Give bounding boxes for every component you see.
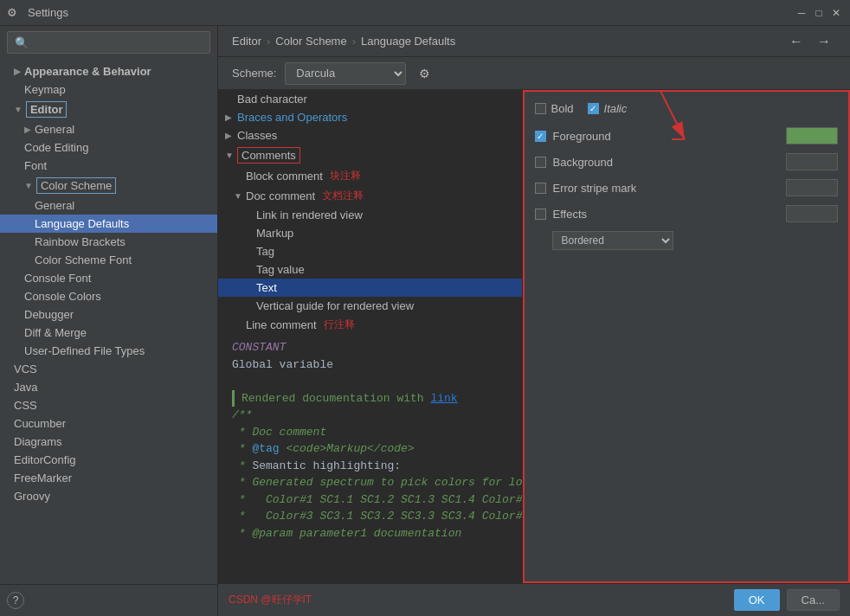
tree-item-line-comment[interactable]: Line comment 行注释 [218, 315, 523, 332]
error-stripe-checkbox[interactable] [535, 183, 546, 194]
preview-pane: CONSTANT Global variable Rendered docume… [218, 332, 522, 583]
bold-checkbox[interactable] [535, 103, 546, 114]
sidebar-item-diff-merge[interactable]: Diff & Merge [0, 324, 217, 342]
back-button[interactable]: ← [784, 32, 808, 51]
sidebar-item-java[interactable]: Java [0, 378, 217, 396]
tree-item-classes[interactable]: ▶ Classes [218, 126, 523, 144]
preview-line-doc2: * Doc comment [232, 424, 508, 441]
tree-item-tag[interactable]: Tag [218, 242, 523, 260]
preview-line-doc4: * Semantic highlighting: [232, 458, 508, 475]
preview-line-rendered: Rendered documentation with link [232, 390, 508, 407]
sidebar-bottom: ? [0, 584, 217, 616]
breadcrumb-editor: Editor [232, 35, 261, 48]
tree-item-link-rendered[interactable]: Link in rendered view [218, 206, 523, 224]
background-color-box[interactable] [786, 153, 838, 170]
line-comment-annotation: 行注释 [324, 318, 355, 332]
tree-arrow: ▶ [225, 112, 234, 122]
breadcrumb-color-scheme: Color Scheme [275, 35, 346, 48]
effect-type-select[interactable]: Bordered Underscored Bold Underscored Un… [552, 231, 673, 250]
foreground-row: Foreground [535, 127, 839, 144]
sidebar-item-groovy[interactable]: Groovy [0, 487, 217, 505]
tree-item-markup[interactable]: Markup [218, 224, 523, 242]
cancel-button[interactable]: Ca... [787, 589, 840, 611]
sidebar-item-freemarker[interactable]: FreeMarker [0, 469, 217, 487]
arrow-icon: ▼ [14, 105, 23, 114]
close-button[interactable]: ✕ [829, 6, 843, 20]
sidebar-item-keymap[interactable]: Keymap [0, 80, 217, 99]
sidebar-item-debugger[interactable]: Debugger [0, 305, 217, 324]
sidebar-item-diagrams[interactable]: Diagrams [0, 433, 217, 451]
sidebar-item-console-colors[interactable]: Console Colors [0, 287, 217, 305]
sidebar-item-appearance[interactable]: ▶ Appearance & Behavior [0, 62, 217, 80]
minimize-button[interactable]: ─ [795, 6, 808, 20]
preview-line-doc6: * Color#1 SC1.1 SC1.2 SC1.3 SC1.4 Color#… [232, 491, 508, 509]
sidebar-item-rainbow-brackets[interactable]: Rainbow Brackets [0, 233, 217, 251]
italic-label: Italic [604, 102, 628, 115]
sidebar-item-code-editing[interactable]: Code Editing [0, 138, 217, 157]
tree-item-braces[interactable]: ▶ Braces and Operators [218, 108, 523, 126]
error-stripe-row: Error stripe mark [535, 179, 839, 196]
sidebar-item-editorconfig[interactable]: EditorConfig [0, 451, 217, 469]
sidebar-item-color-scheme[interactable]: ▼ Color Scheme [0, 175, 217, 196]
search-input[interactable] [15, 36, 203, 49]
app-icon: ⚙ [7, 6, 21, 20]
tree-arrow: ▼ [234, 191, 242, 201]
preview-line-doc1: /** [232, 407, 508, 424]
effects-label: Effects [553, 208, 780, 221]
sidebar-item-general[interactable]: ▶ General [0, 120, 217, 138]
search-box[interactable] [7, 31, 210, 54]
breadcrumb-language-defaults: Language Defaults [361, 35, 455, 48]
doc-comment-annotation: 文档注释 [322, 189, 364, 203]
italic-checkbox[interactable] [588, 103, 599, 114]
content-area: Editor › Color Scheme › Language Default… [218, 26, 850, 616]
tree-item-vertical-guide[interactable]: Vertical guide for rendered view [218, 297, 523, 315]
error-stripe-label: Error stripe mark [553, 182, 780, 195]
sidebar-item-language-defaults[interactable]: Language Defaults [0, 215, 217, 233]
sidebar-item-color-scheme-font[interactable]: Color Scheme Font [0, 251, 217, 269]
scheme-select[interactable]: Darcula Default High Contrast [285, 62, 406, 85]
foreground-color-box[interactable] [786, 127, 838, 144]
ok-button[interactable]: OK [734, 589, 780, 611]
sidebar-item-font[interactable]: Font [0, 157, 217, 175]
sidebar-item-editor[interactable]: ▼ Editor [0, 99, 217, 120]
maximize-button[interactable]: □ [812, 6, 826, 20]
tree-item-text[interactable]: Text [218, 279, 523, 297]
tree-item-tag-value[interactable]: Tag value [218, 260, 523, 279]
tree-pane: Bad character ▶ Braces and Operators ▶ C… [218, 90, 523, 332]
background-checkbox[interactable] [535, 157, 546, 168]
tree-item-doc-comment[interactable]: ▼ Doc comment 文档注释 [218, 186, 523, 206]
sidebar-item-css[interactable]: CSS [0, 396, 217, 414]
preview-line-doc7: * Color#3 SC3.1 SC3.2 SC3.3 SC3.4 Color#… [232, 508, 508, 525]
help-button[interactable]: ? [7, 592, 24, 609]
preview-line-doc8: * @param parameter1 documentation [232, 525, 508, 542]
italic-checkbox-label[interactable]: Italic [588, 102, 628, 115]
scheme-gear-button[interactable]: ⚙ [415, 64, 434, 83]
props-pane: 颜色设置 Bold Italic Foreground [523, 90, 851, 583]
nav-arrows: ← → [784, 32, 836, 51]
sidebar-item-vcs[interactable]: VCS [0, 360, 217, 378]
arrow-icon: ▶ [24, 125, 31, 134]
tree-item-block-comment[interactable]: Block comment 块注释 [218, 166, 523, 186]
preview-line-empty [232, 373, 508, 390]
foreground-checkbox[interactable] [535, 131, 546, 142]
watermark: CSDN @旺仔学IT [229, 593, 312, 607]
error-stripe-color-box[interactable] [786, 179, 838, 196]
sidebar-item-console-font[interactable]: Console Font [0, 269, 217, 287]
breadcrumb: Editor › Color Scheme › Language Default… [232, 35, 455, 48]
tree-item-comments[interactable]: ▼ Comments [218, 144, 523, 166]
forward-button[interactable]: → [812, 32, 836, 51]
tree-item-bad-char[interactable]: Bad character [218, 90, 523, 108]
titlebar: ⚙ Settings ─ □ ✕ [0, 0, 850, 26]
sidebar-item-user-defined[interactable]: User-Defined File Types [0, 342, 217, 360]
effects-checkbox[interactable] [535, 209, 546, 220]
preview-line-doc5: * Generated spectrum to pick colors for … [232, 474, 508, 491]
main-layout: ▶ Appearance & Behavior Keymap ▼ Editor … [0, 26, 850, 616]
arrow-icon: ▼ [24, 181, 33, 190]
foreground-label: Foreground [553, 130, 780, 143]
sidebar-item-cucumber[interactable]: Cucumber [0, 414, 217, 433]
bottom-bar: CSDN @旺仔学IT OK Ca... [218, 583, 850, 616]
effects-color-box[interactable] [786, 205, 838, 222]
sidebar-item-cs-general[interactable]: General [0, 196, 217, 215]
bold-checkbox-label[interactable]: Bold [535, 102, 574, 115]
background-label: Background [553, 156, 780, 169]
